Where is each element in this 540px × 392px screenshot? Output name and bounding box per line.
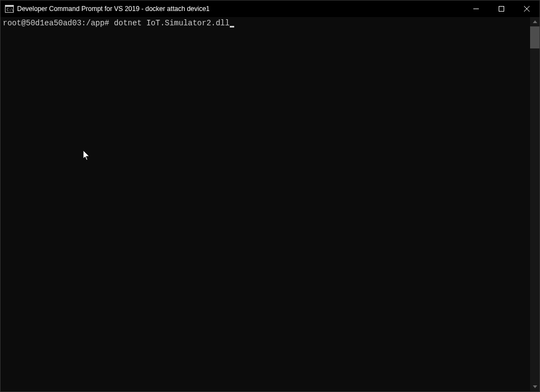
- svg-rect-1: [6, 6, 14, 7]
- terminal-content[interactable]: root@50d1ea50ad03:/app# dotnet IoT.Simul…: [1, 17, 530, 391]
- titlebar[interactable]: C:\ Developer Command Prompt for VS 2019…: [1, 1, 539, 17]
- window-title: Developer Command Prompt for VS 2019 - d…: [17, 5, 210, 13]
- terminal-window: C:\ Developer Command Prompt for VS 2019…: [0, 0, 540, 392]
- vertical-scrollbar[interactable]: [530, 17, 539, 391]
- terminal-line: root@50d1ea50ad03:/app# dotnet IoT.Simul…: [3, 18, 528, 28]
- command-text: dotnet IoT.Simulator2.dll: [109, 19, 229, 28]
- terminal-app-icon: C:\: [5, 4, 14, 13]
- svg-text:C:\: C:\: [7, 8, 14, 12]
- scrollbar-up-arrow[interactable]: [530, 17, 539, 26]
- text-cursor: [230, 26, 234, 28]
- terminal-body: root@50d1ea50ad03:/app# dotnet IoT.Simul…: [1, 17, 539, 391]
- titlebar-controls: [463, 1, 539, 17]
- prompt-text: root@50d1ea50ad03:/app#: [3, 19, 109, 28]
- minimize-button[interactable]: [463, 1, 489, 17]
- svg-rect-4: [499, 7, 504, 12]
- scrollbar-track[interactable]: [530, 26, 539, 382]
- maximize-button[interactable]: [489, 1, 514, 17]
- scrollbar-down-arrow[interactable]: [530, 382, 539, 391]
- scrollbar-thumb[interactable]: [530, 26, 539, 48]
- close-button[interactable]: [514, 1, 539, 17]
